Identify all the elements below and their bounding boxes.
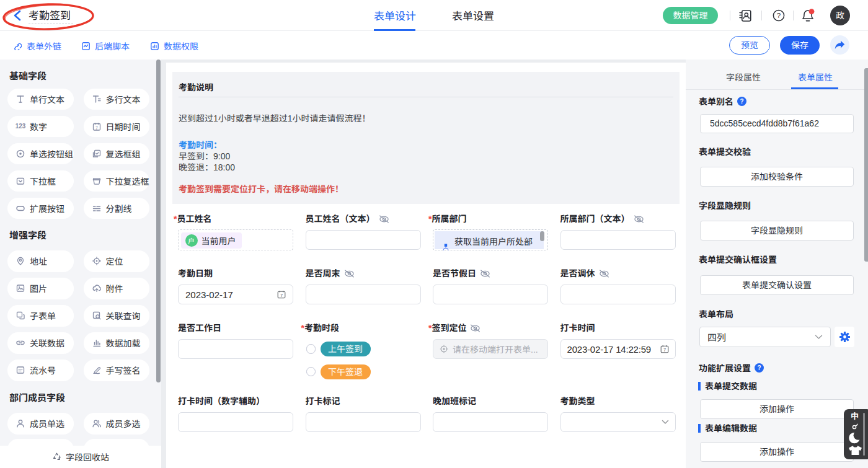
svg-text:?: ? [757,364,761,371]
svg-text:7: 7 [280,293,283,298]
svg-text:7: 7 [663,347,665,353]
svg-text:?: ? [777,12,781,19]
svg-text:7: 7 [95,125,98,130]
svg-text:?: ? [740,98,743,105]
